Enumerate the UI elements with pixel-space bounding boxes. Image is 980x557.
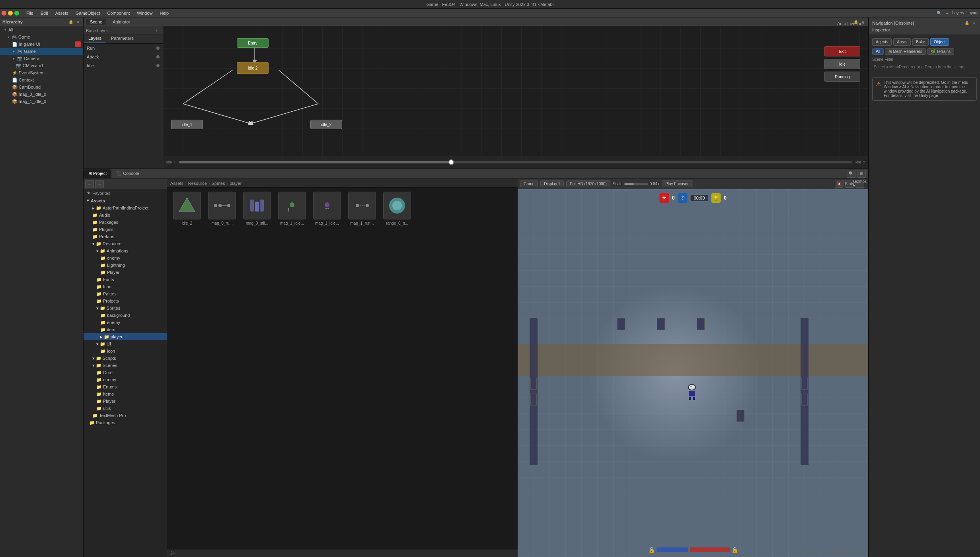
proj-projects[interactable]: 📁 Projects	[84, 297, 167, 305]
proj-background[interactable]: 📁 background	[84, 312, 167, 319]
tab-layers[interactable]: Layers	[84, 35, 106, 43]
hierarchy-mag0-item[interactable]: 📦 mag_0_idle_0	[0, 91, 83, 98]
thumb-range[interactable]: range_0_n...	[381, 192, 413, 225]
proj-items[interactable]: 📁 Items	[84, 390, 167, 398]
proj-back-button[interactable]: ←	[85, 180, 94, 188]
thumb-mag1run[interactable]: mag_1_run...	[346, 192, 378, 225]
timeline-thumb[interactable]	[448, 159, 454, 165]
tab-console[interactable]: ⬛ Console	[111, 169, 144, 178]
window-controls[interactable]	[2, 11, 19, 16]
proj-scenes[interactable]: ▾ 📁 Scenes	[84, 362, 167, 369]
proj-icon[interactable]: 📁 Icon	[84, 283, 167, 290]
proj-core[interactable]: 📁 Core	[84, 369, 167, 376]
tab-scene[interactable]: Scene	[86, 19, 106, 25]
cloud-icon[interactable]: ☁	[944, 10, 950, 16]
tab-parameters[interactable]: Parameters	[106, 35, 138, 43]
hierarchy-context-item[interactable]: 📄 Context	[0, 76, 83, 83]
state-attack[interactable]: Attack	[84, 52, 163, 61]
hierarchy-ingameui-item[interactable]: 📄 In-game UI !	[0, 41, 83, 48]
proj-enums[interactable]: 📁 Enums	[84, 383, 167, 390]
thumb-mag0ru[interactable]: mag_0_ru...	[206, 192, 238, 225]
hierarchy-lock-icon[interactable]: 🔒	[68, 19, 74, 25]
exit-node[interactable]: Exit	[824, 46, 860, 56]
idle-side-node[interactable]: Idle	[824, 59, 860, 69]
thumb-mag1idle1[interactable]: mag_1_idle...	[276, 192, 308, 225]
hierarchy-all-item[interactable]: ▾ All	[0, 26, 83, 33]
proj-item-sprite[interactable]: 📁 item	[84, 326, 167, 333]
favorites-section[interactable]: ★ Favorites	[84, 189, 167, 197]
proj-sprites[interactable]: ▾ 📁 Sprites	[84, 305, 167, 312]
proj-plugins[interactable]: 📁 Plugins	[84, 226, 167, 233]
proj-packages-sub[interactable]: 📁 Packages	[84, 219, 167, 226]
proj-lightning[interactable]: 📁 Lightning	[84, 262, 167, 269]
proj-enemy-scene[interactable]: 📁 enemy	[84, 376, 167, 383]
hierarchy-eventsystem-item[interactable]: ⚡ EventSystem	[0, 69, 83, 76]
game-mode-dropdown[interactable]: Game	[520, 180, 538, 187]
hierarchy-vcam-item[interactable]: 📷 CM vcam1	[0, 62, 83, 69]
proj-scripts[interactable]: ▾ 📁 Scripts	[84, 355, 167, 362]
scale-slider[interactable]	[624, 183, 648, 185]
proj-forward-button[interactable]: →	[95, 180, 104, 188]
tab-project[interactable]: ⊞ Project	[84, 169, 111, 178]
node-idle2[interactable]: idle_2	[310, 120, 342, 129]
proj-resource[interactable]: ▾ 📁 Resource	[84, 240, 167, 247]
mute-button[interactable]: 🔇	[835, 180, 844, 188]
nav-bake-tab[interactable]: Bake	[912, 38, 929, 46]
proj-prefabs[interactable]: 📁 Prefabs	[84, 233, 167, 240]
nav-object-tab[interactable]: Object	[930, 38, 949, 46]
proj-ui-icon[interactable]: 📁 icon	[84, 347, 167, 355]
gizmos-button[interactable]: Gizmos ▾	[855, 180, 864, 188]
filter-all-tab[interactable]: All	[872, 48, 884, 55]
thumb-mag0stil[interactable]: mag_0_stil...	[241, 192, 273, 225]
add-layer-button[interactable]: +	[153, 27, 160, 34]
menu-gameobject[interactable]: GameObject	[72, 10, 103, 16]
minimize-button[interactable]	[8, 11, 13, 16]
hierarchy-cambound-item[interactable]: 📦 CamBound	[0, 83, 83, 91]
filter-mesh-tab[interactable]: ⊞ Mesh Renderers	[885, 48, 926, 55]
project-search-button[interactable]: 🔍	[847, 170, 855, 178]
inspector-lock-icon[interactable]: 🔒	[964, 20, 970, 26]
hierarchy-mag1-item[interactable]: 📦 mag_1_idle_0	[0, 98, 83, 105]
stats-button[interactable]: Stats	[845, 180, 854, 188]
inspector-menu-icon[interactable]: ≡	[971, 20, 977, 26]
proj-player-anim[interactable]: 📁 Player	[84, 269, 167, 276]
proj-textmesh[interactable]: 📁 TextMesh Pro	[84, 412, 167, 419]
proj-packages[interactable]: 📁 Packages	[84, 419, 167, 426]
node-idle1[interactable]: idle_1	[171, 120, 203, 129]
proj-audio[interactable]: 📁 Audio	[84, 212, 167, 219]
proj-enemy-anim[interactable]: 📁 enemy	[84, 254, 167, 262]
layout-button[interactable]: Layout	[966, 11, 978, 15]
hierarchy-menu-icon[interactable]: ≡	[75, 19, 81, 25]
proj-astar[interactable]: ▸ 📁 AstarPathfindingProject	[84, 204, 167, 212]
project-filter-button[interactable]: ⊞	[857, 170, 866, 178]
nav-areas-tab[interactable]: Areas	[893, 38, 911, 46]
proj-player-sprite[interactable]: ▸ 📁 player	[84, 333, 167, 340]
menu-file[interactable]: File	[23, 10, 37, 16]
proj-player-scene[interactable]: 📁 Player	[84, 398, 167, 405]
timeline-track[interactable]	[179, 161, 852, 163]
proj-utils[interactable]: 📁 utils	[84, 405, 167, 412]
animator-canvas[interactable]: Entry Idle 2 idle_1 idle_2 idle_1	[163, 26, 868, 168]
display-dropdown[interactable]: Display 1	[540, 180, 564, 187]
state-idle[interactable]: Idle	[84, 61, 163, 70]
proj-animations[interactable]: ▾ 📁 Animations	[84, 247, 167, 254]
running-node[interactable]: Running	[824, 72, 860, 82]
maximize-button[interactable]	[14, 11, 19, 16]
menu-window[interactable]: Window	[134, 10, 156, 16]
proj-fonts[interactable]: 📁 Fonts	[84, 276, 167, 283]
state-run[interactable]: Run	[84, 44, 163, 52]
play-focused-dropdown[interactable]: Play Focused	[662, 180, 693, 187]
thumb-idle2[interactable]: idle_2	[171, 192, 203, 225]
close-button[interactable]	[2, 11, 6, 16]
nav-agents-tab[interactable]: Agents	[872, 38, 892, 46]
proj-enemy-sprite[interactable]: 📁 enemy	[84, 319, 167, 326]
hierarchy-game2-item[interactable]: ▸ 🎮 Game	[0, 48, 83, 55]
menu-edit[interactable]: Edit	[37, 10, 51, 16]
search-icon[interactable]: 🔍	[936, 10, 942, 16]
menu-assets[interactable]: Assets	[52, 10, 72, 16]
filter-terrain-tab[interactable]: 🌿 Terrains	[927, 48, 954, 55]
layers-button[interactable]: Layers	[952, 11, 964, 15]
tab-animator[interactable]: Animator	[109, 19, 134, 25]
node-any-state[interactable]: Idle 2	[237, 62, 269, 74]
auto-live-link[interactable]: Auto Live Link	[837, 21, 865, 26]
